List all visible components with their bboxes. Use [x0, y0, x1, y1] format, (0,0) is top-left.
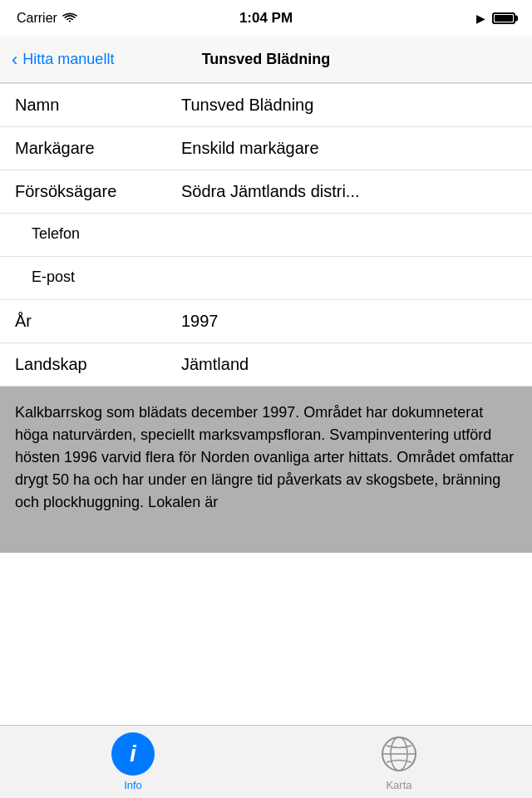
field-value-namn: Tunsved Blädning: [181, 96, 517, 115]
field-value-forsoksagare: Södra Jämtlands distri...: [181, 182, 517, 201]
description-box: Kalkbarrskog som blädats december 1997. …: [0, 387, 532, 553]
carrier-text: Carrier: [17, 11, 77, 26]
table-row: Markägare Enskild markägare: [0, 127, 532, 170]
field-label-ar: År: [15, 312, 181, 331]
table-row: E-post: [0, 257, 532, 300]
field-label-markagare: Markägare: [15, 139, 181, 158]
location-icon: ▶: [476, 12, 485, 25]
field-label-telefon: Telefon: [32, 225, 198, 243]
description-text: Kalkbarrskog som blädats december 1997. …: [15, 401, 517, 514]
table-row: Telefon: [0, 214, 532, 257]
tab-karta[interactable]: Karta: [266, 732, 532, 791]
tab-bar: i Info Karta: [0, 725, 532, 798]
globe-icon: [380, 735, 418, 773]
wifi-icon: [62, 12, 77, 24]
table-row: Landskap Jämtland: [0, 343, 532, 387]
status-bar: Carrier 1:04 PM ▶: [0, 0, 532, 37]
field-label-landskap: Landskap: [15, 355, 181, 374]
battery-icon: [492, 12, 515, 24]
back-label: Hitta manuellt: [22, 51, 114, 68]
tab-karta-label: Karta: [386, 779, 411, 791]
table-row: Försöksägare Södra Jämtlands distri...: [0, 170, 532, 214]
info-table: Namn Tunsved Blädning Markägare Enskild …: [0, 83, 532, 387]
back-chevron-icon: ‹: [12, 51, 17, 69]
field-label-forsoksagare: Försöksägare: [15, 182, 181, 201]
status-time: 1:04 PM: [239, 10, 293, 27]
field-value-ar: 1997: [181, 312, 517, 331]
table-row: År 1997: [0, 300, 532, 343]
field-value-markagare: Enskild markägare: [181, 139, 517, 158]
tab-info[interactable]: i Info: [0, 732, 266, 791]
page-title: Tunsved Blädning: [202, 51, 331, 68]
info-tab-icon: i: [111, 732, 155, 776]
content-area: Namn Tunsved Blädning Markägare Enskild …: [0, 83, 532, 553]
karta-tab-icon: [377, 732, 421, 776]
field-value-landskap: Jämtland: [181, 355, 517, 374]
tab-info-label: Info: [124, 779, 142, 791]
back-button[interactable]: ‹ Hitta manuellt: [12, 51, 114, 69]
table-row: Namn Tunsved Blädning: [0, 84, 532, 127]
field-label-epost: E-post: [32, 268, 198, 286]
field-label-namn: Namn: [15, 96, 181, 115]
status-right: ▶: [476, 12, 515, 25]
nav-bar: ‹ Hitta manuellt Tunsved Blädning: [0, 37, 532, 83]
